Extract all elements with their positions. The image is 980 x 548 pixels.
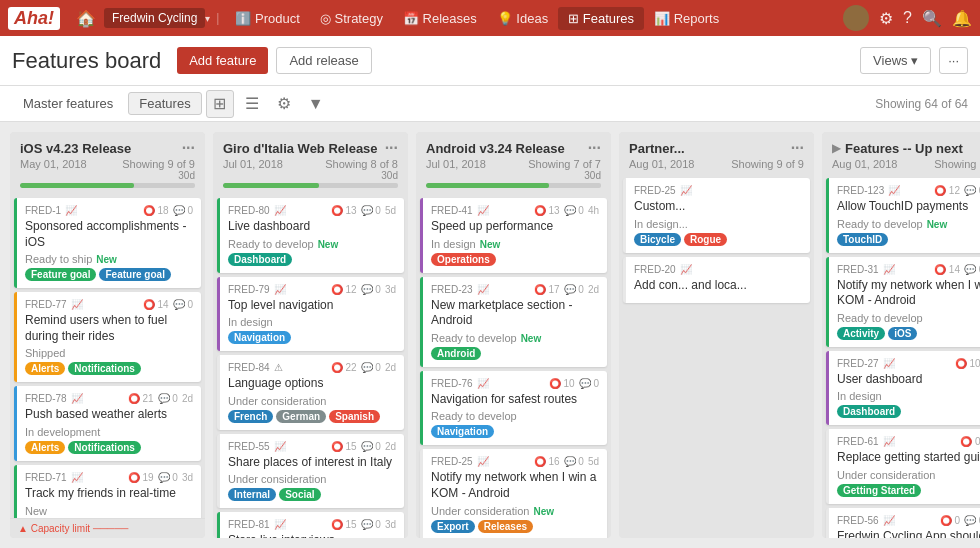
tag: Getting Started bbox=[837, 484, 921, 497]
add-release-button[interactable]: Add release bbox=[276, 47, 371, 74]
column-more-button[interactable]: ··· bbox=[385, 140, 398, 156]
avatar[interactable] bbox=[843, 5, 869, 31]
card-id: FRED-81 bbox=[228, 519, 270, 530]
settings-cog-icon[interactable]: ⚙ bbox=[270, 90, 298, 118]
tag: Activity bbox=[837, 327, 885, 340]
settings-icon[interactable]: ⚙ bbox=[879, 9, 893, 28]
card[interactable]: FRED-25📈⭕ 16💬 05dNotify my network when … bbox=[420, 449, 607, 538]
notifications-icon[interactable]: 🔔 bbox=[952, 9, 972, 28]
column-title: Features -- Up next bbox=[845, 141, 963, 156]
views-button[interactable]: Views ▾ bbox=[860, 47, 931, 74]
card-title: Add con... and loca... bbox=[634, 278, 802, 294]
card-icon: 📈 bbox=[65, 205, 77, 216]
list-view-icon[interactable]: ☰ bbox=[238, 90, 266, 118]
help-icon[interactable]: ? bbox=[903, 9, 912, 27]
card-id: FRED-27 bbox=[837, 358, 879, 369]
column-more-button[interactable]: ··· bbox=[791, 140, 804, 156]
card[interactable]: FRED-1📈⭕ 18💬 0Sponsored accomplishments … bbox=[14, 198, 201, 288]
card-title: Sponsored accomplishments - iOS bbox=[25, 219, 193, 250]
column-more-button[interactable]: ··· bbox=[588, 140, 601, 156]
card-id: FRED-25 bbox=[431, 456, 473, 467]
card-comments: 💬 0 bbox=[964, 264, 980, 275]
card-title: Top level navigation bbox=[228, 298, 396, 314]
more-options-button[interactable]: ··· bbox=[939, 47, 968, 74]
card[interactable]: FRED-77📈⭕ 14💬 0Remind users when to fuel… bbox=[14, 292, 201, 382]
card[interactable]: FRED-76📈⭕ 10💬 0Navigation for safest rou… bbox=[420, 371, 607, 446]
tag: Alerts bbox=[25, 362, 65, 375]
tag: Feature goal bbox=[25, 268, 96, 281]
card-status: Under consideration bbox=[228, 395, 396, 407]
tab-master-features[interactable]: Master features bbox=[12, 92, 124, 115]
expand-icon[interactable]: ▶ bbox=[832, 141, 841, 155]
tag: Feature goal bbox=[99, 268, 170, 281]
card[interactable]: FRED-31📈⭕ 14💬 0N/ANotify my network when… bbox=[826, 257, 980, 347]
logo[interactable]: Aha! bbox=[8, 7, 60, 30]
card-status: Under considerationNew bbox=[431, 505, 599, 517]
card-status: Ready to developNew bbox=[228, 238, 396, 250]
card-id: FRED-80 bbox=[228, 205, 270, 216]
card-comments: 💬 0 bbox=[564, 456, 584, 467]
card[interactable]: FRED-55📈⭕ 15💬 02dShare places of interes… bbox=[217, 434, 404, 509]
column-title: Partner... bbox=[629, 141, 685, 156]
card-id: FRED-76 bbox=[431, 378, 473, 389]
workspace-selector[interactable]: Fredwin Cycling bbox=[104, 8, 205, 28]
add-feature-button[interactable]: Add feature bbox=[177, 47, 268, 74]
card[interactable]: FRED-25📈Custom...In design...BicycleRogu… bbox=[623, 178, 810, 253]
card-days: 4h bbox=[588, 205, 599, 216]
column-date: May 01, 2018 bbox=[20, 158, 87, 170]
card-tags: Dashboard bbox=[228, 253, 396, 266]
nav-features[interactable]: ⊞ Features bbox=[558, 7, 644, 30]
tag: Dashboard bbox=[837, 405, 901, 418]
nav-releases[interactable]: 📅 Releases bbox=[393, 7, 487, 30]
card[interactable]: FRED-80📈⭕ 13💬 05dLive dashboardReady to … bbox=[217, 198, 404, 273]
nav-product[interactable]: ℹ️ Product bbox=[225, 7, 309, 30]
board: iOS v4.23 Release···May 01, 2018Showing … bbox=[0, 122, 980, 548]
card-id: FRED-56 bbox=[837, 515, 879, 526]
column-more-button[interactable]: ··· bbox=[182, 140, 195, 156]
card[interactable]: FRED-123📈⭕ 12💬 023dAllow TouchID payment… bbox=[826, 178, 980, 253]
card[interactable]: FRED-23📈⭕ 17💬 02dNew marketplace section… bbox=[420, 277, 607, 367]
tag: Dashboard bbox=[228, 253, 292, 266]
capacity-bar bbox=[223, 183, 398, 188]
card-icon: 📈 bbox=[888, 185, 900, 196]
card-tags: Navigation bbox=[431, 425, 599, 438]
nav-reports[interactable]: 📊 Reports bbox=[644, 7, 729, 30]
card[interactable]: FRED-20📈Add con... and loca... bbox=[623, 257, 810, 304]
card[interactable]: FRED-56📈⭕ 0💬 0N/AFredwin Cycling App sho… bbox=[826, 508, 980, 538]
card-icon: 📈 bbox=[680, 185, 692, 196]
nav-ideas[interactable]: 💡 Ideas bbox=[487, 7, 558, 30]
card-id: FRED-78 bbox=[25, 393, 67, 404]
card-tags: FrenchGermanSpanish bbox=[228, 410, 396, 423]
column-count: Showing 9 of 9 bbox=[731, 158, 804, 170]
tag: Alerts bbox=[25, 441, 65, 454]
card-icon: 📈 bbox=[883, 264, 895, 275]
tag: French bbox=[228, 410, 273, 423]
card-days: 2d bbox=[385, 441, 396, 452]
card-score: ⭕ 21 bbox=[128, 393, 154, 404]
card-comments: 💬 0 bbox=[158, 393, 178, 404]
card[interactable]: FRED-61📈⭕ 0💬 0Replace getting started gu… bbox=[826, 429, 980, 504]
card-tags: BicycleRogue bbox=[634, 233, 802, 246]
card-score: ⭕ 13 bbox=[331, 205, 357, 216]
card-title: Notify my network when I win a KOM - And… bbox=[837, 278, 980, 309]
card-days: 2d bbox=[385, 362, 396, 373]
card-id: FRED-25 bbox=[634, 185, 676, 196]
home-icon[interactable]: 🏠 bbox=[70, 9, 102, 28]
filter-icon[interactable]: ▼ bbox=[302, 90, 330, 118]
grid-view-icon[interactable]: ⊞ bbox=[206, 90, 234, 118]
workspace-chevron[interactable]: ▾ bbox=[205, 13, 210, 24]
card[interactable]: FRED-81📈⭕ 15💬 03dStore live interviewsRe… bbox=[217, 512, 404, 538]
search-icon[interactable]: 🔍 bbox=[922, 9, 942, 28]
card[interactable]: FRED-27📈⭕ 10💬 0User dashboardIn designDa… bbox=[826, 351, 980, 426]
card-status: Shipped bbox=[25, 347, 193, 359]
card-status: In design bbox=[837, 390, 980, 402]
card[interactable]: FRED-79📈⭕ 12💬 03dTop level navigationIn … bbox=[217, 277, 404, 352]
column-body: FRED-123📈⭕ 12💬 023dAllow TouchID payment… bbox=[822, 174, 980, 538]
card[interactable]: FRED-78📈⭕ 21💬 02dPush based weather aler… bbox=[14, 386, 201, 461]
card[interactable]: FRED-41📈⭕ 13💬 04hSpeed up performanceIn … bbox=[420, 198, 607, 273]
card[interactable]: FRED-84⚠⭕ 22💬 02dLanguage optionsUnder c… bbox=[217, 355, 404, 430]
nav-strategy[interactable]: ◎ Strategy bbox=[310, 7, 393, 30]
card-id: FRED-20 bbox=[634, 264, 676, 275]
card[interactable]: FRED-71📈⭕ 19💬 03dTrack my friends in rea… bbox=[14, 465, 201, 518]
tab-features[interactable]: Features bbox=[128, 92, 201, 115]
